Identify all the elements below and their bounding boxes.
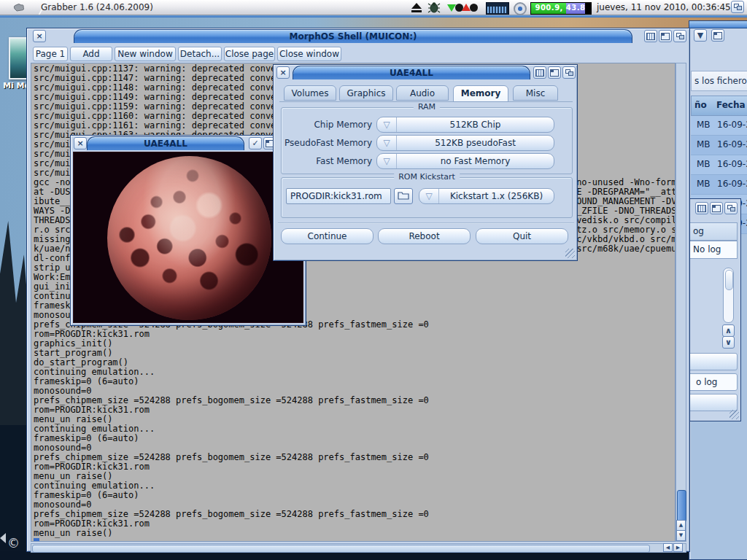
system-meter: 900.9, 43.8 <box>530 2 592 15</box>
shell-scroll-down-gadget[interactable]: ▼ <box>676 530 686 541</box>
rom-path-field[interactable]: PROGDIR:kick31.rom <box>286 188 391 204</box>
settings-size-grip[interactable] <box>565 249 575 258</box>
tab-graphics[interactable]: Graphics <box>339 85 393 101</box>
clock: jueves, 11 nov 2010, 00:36:45 <box>597 2 731 12</box>
ram-popup-value: 512KB Chip <box>397 117 554 132</box>
uae4all-settings-window[interactable]: UAE4ALL × VolumesGraphicsAudioMemoryMisc… <box>273 64 578 261</box>
shell-depth-gadget[interactable] <box>673 30 686 42</box>
browser-column-header[interactable]: ño Fecha <box>691 96 747 116</box>
browser-zoom-gadget[interactable] <box>711 29 724 42</box>
screen-depth-gadget[interactable] <box>731 1 744 13</box>
desktop-screen: Mi Mo © pasaporteblog.com Grabber 1.6 (2… <box>0 0 747 560</box>
depth-icon <box>565 69 573 76</box>
bug-icon[interactable] <box>427 1 441 14</box>
shell-horizontal-scrollbar[interactable]: ◀ ▶ <box>31 543 686 553</box>
shell-hscroll-thumb[interactable] <box>32 545 650 553</box>
continue-button[interactable]: Continue <box>281 228 374 244</box>
iconify-icon <box>646 33 655 40</box>
browser-title-tab[interactable] <box>689 21 747 28</box>
shell-toolbar-new-window[interactable]: New window <box>115 47 176 61</box>
column-date[interactable]: Fecha <box>716 100 746 110</box>
folder-icon <box>398 191 409 200</box>
tab-memory[interactable]: Memory <box>453 85 508 102</box>
log-scrollbar-track[interactable] <box>723 268 734 323</box>
shell-vscroll-thumb[interactable] <box>677 490 686 522</box>
settings-title-tab[interactable]: UAE4ALL <box>293 66 530 79</box>
log-button-2[interactable] <box>685 394 738 411</box>
zoom-icon <box>713 32 722 39</box>
uae4all-title-tab[interactable]: UAE4ALL <box>87 136 244 150</box>
uae4all-display-window[interactable]: UAE4ALL × ✓ <box>70 135 306 326</box>
separator <box>278 222 574 224</box>
planet-snapshot-gadget[interactable]: ✓ <box>249 137 262 149</box>
table-row[interactable]: MB16-09-2010 <box>691 136 747 155</box>
settings-close-gadget[interactable]: × <box>276 66 290 79</box>
shell-zoom-gadget[interactable] <box>659 30 672 42</box>
shell-vertical-scrollbar[interactable]: ▲ ▼ <box>676 63 686 542</box>
shell-toolbar-close-window[interactable]: Close window <box>277 47 341 61</box>
table-row[interactable]: MB16-09-2010 <box>691 116 747 136</box>
quit-button[interactable]: Quit <box>476 228 568 244</box>
log-depth-gadget[interactable] <box>724 202 738 214</box>
browser-iconify-gadget[interactable]: ▼ <box>694 29 707 42</box>
tab-audio[interactable]: Audio <box>396 85 449 101</box>
rom-group-legend: ROM Kickstart <box>394 172 460 182</box>
log-tab-bottom[interactable]: No log <box>684 241 738 259</box>
table-row[interactable]: MB16-09-2010 <box>691 155 747 175</box>
settings-iconify-gadget[interactable] <box>533 66 546 79</box>
log-button-1[interactable] <box>685 353 738 370</box>
log-scrollbar-thumb[interactable] <box>725 270 733 290</box>
eject-icon[interactable] <box>410 3 423 12</box>
shell-title-tab[interactable]: MorphOS Shell (MUICON:) <box>74 29 632 43</box>
kickstart-version-value: Kickstart 1.x (256KB) <box>439 189 554 203</box>
file-date: 16-09-2010 <box>717 159 747 169</box>
kickstart-version-popup[interactable]: ▽ Kickstart 1.x (256KB) <box>419 188 554 204</box>
status-dot2-icon[interactable] <box>470 4 478 12</box>
depth-icon <box>676 33 684 39</box>
speaker-icon[interactable] <box>514 2 527 15</box>
ram-popup-fast-memory[interactable]: ▽no Fast Memory <box>376 153 554 169</box>
file-size: MB <box>697 139 711 149</box>
log-tab-top[interactable]: og <box>684 222 738 241</box>
planet-close-gadget[interactable]: × <box>74 137 87 149</box>
log-zoom-gadget[interactable] <box>710 202 723 214</box>
shell-scroll-up-gadget[interactable]: ▲ <box>676 520 686 531</box>
ram-group: RAM Chip Memory▽512KB ChipPseudoFast Mem… <box>281 107 573 174</box>
log-scroll-down-gadget[interactable]: ∨ <box>722 336 735 349</box>
shell-iconify-gadget[interactable] <box>644 30 657 42</box>
shell-scroll-right-gadget[interactable]: ▶ <box>673 543 683 552</box>
shell-toolbar-detach-[interactable]: Detach... <box>178 47 222 61</box>
screen-title-bar[interactable]: Grabber 1.6 (24.06.2009) 900.9, 43.8 jue… <box>0 0 747 15</box>
rom-file-picker-button[interactable] <box>394 188 413 204</box>
watermark-arrow-icon <box>0 533 6 543</box>
meter-value: 900.9, 43.8 <box>531 4 589 12</box>
shell-toolbar-page-1[interactable]: Page 1 <box>33 47 68 61</box>
ram-popup-pseudofast-memory[interactable]: ▽512KB pseudoFast <box>376 135 554 151</box>
ram-popup-chip-memory[interactable]: ▽512KB Chip <box>376 117 554 133</box>
network-graph-icon[interactable] <box>486 2 509 15</box>
settings-depth-gadget[interactable] <box>562 66 576 79</box>
settings-zoom-gadget[interactable] <box>548 66 561 79</box>
table-row[interactable]: MB16-09-2010 <box>691 175 747 195</box>
column-size[interactable]: ño <box>694 100 707 110</box>
log-iconify-gadget[interactable] <box>695 202 708 214</box>
log-button-nolog[interactable]: o log <box>685 373 738 391</box>
iconify-icon <box>697 205 706 212</box>
dropdown-icon: ▽ <box>419 189 439 203</box>
watermark-copyright: © <box>7 536 20 551</box>
shell-close-gadget[interactable]: × <box>33 30 46 42</box>
reboot-button[interactable]: Reboot <box>378 228 471 244</box>
shell-scroll-left-gadget[interactable]: ◀ <box>663 543 673 552</box>
depth-icon <box>734 4 742 10</box>
log-scroll-up-gadget[interactable]: ∧ <box>722 324 735 337</box>
screenbar-app-title: Grabber 1.6 (24.06.2009) <box>41 2 153 12</box>
shell-toolbar-add-page[interactable]: Add page <box>70 47 112 61</box>
tab-volumes[interactable]: Volumes <box>284 85 336 101</box>
log-size-grip[interactable] <box>729 410 739 419</box>
shell-toolbar-close-page[interactable]: Close page <box>224 47 275 61</box>
emulator-screen[interactable] <box>73 152 303 323</box>
ram-label-2: Fast Memory <box>282 153 372 169</box>
tab-misc[interactable]: Misc <box>513 85 558 101</box>
browser-filter-label: s los ficheros <box>691 71 747 91</box>
shell-window-title: MorphOS Shell (MUICON:) <box>290 31 417 42</box>
